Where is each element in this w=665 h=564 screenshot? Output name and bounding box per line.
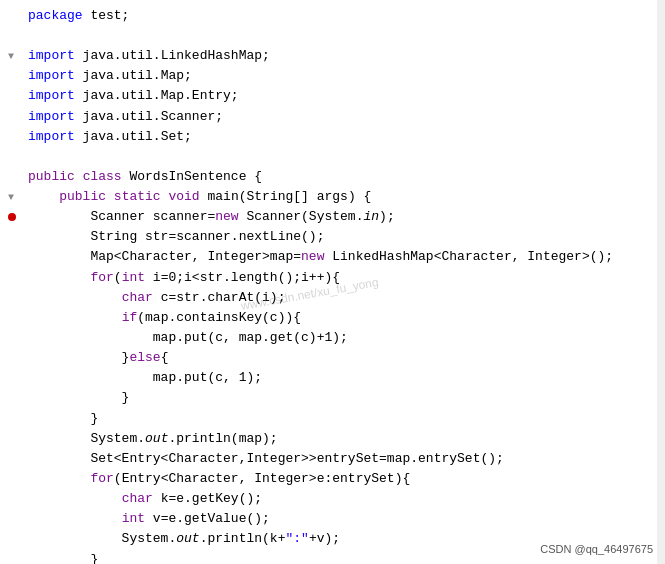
code-token: +v); xyxy=(309,531,340,546)
line-content: public static void main(String[] args) { xyxy=(28,187,657,207)
code-token: i=0;i<str.length();i++){ xyxy=(145,270,340,285)
code-token: import xyxy=(28,48,75,63)
code-token: out xyxy=(176,531,199,546)
code-line: } xyxy=(0,388,665,408)
code-token: } xyxy=(28,350,129,365)
code-line: Map<Character, Integer>map=new LinkedHas… xyxy=(0,247,665,267)
code-token: Set<Entry<Character,Integer>>entrySet=ma… xyxy=(28,451,504,466)
code-line xyxy=(0,147,665,167)
code-token: out xyxy=(145,431,168,446)
line-gutter: ▼ xyxy=(8,46,28,66)
scrollbar[interactable] xyxy=(657,0,665,564)
line-content: for(int i=0;i<str.length();i++){ xyxy=(28,268,657,288)
collapse-arrow[interactable]: ▼ xyxy=(8,192,14,203)
line-content: public class WordsInSentence { xyxy=(28,167,657,187)
line-content: map.put(c, map.get(c)+1); xyxy=(28,328,657,348)
code-token: java.util.Map.Entry; xyxy=(75,88,239,103)
line-content: for(Entry<Character, Integer>e:entrySet)… xyxy=(28,469,657,489)
line-content: Scanner scanner=new Scanner(System.in); xyxy=(28,207,657,227)
line-content: if(map.containsKey(c)){ xyxy=(28,308,657,328)
code-token: for xyxy=(90,471,113,486)
code-token: void xyxy=(168,189,199,204)
code-token: int xyxy=(122,511,145,526)
code-token: System. xyxy=(28,531,176,546)
code-token xyxy=(106,189,114,204)
code-token: map.put(c, 1); xyxy=(28,370,262,385)
code-token: char xyxy=(122,290,153,305)
code-token: Map<Character, Integer>map= xyxy=(28,249,301,264)
code-token: } xyxy=(28,411,98,426)
line-content: char c=str.charAt(i); xyxy=(28,288,657,308)
code-token: if xyxy=(122,310,138,325)
code-token: k=e.getKey(); xyxy=(153,491,262,506)
code-token: { xyxy=(161,350,169,365)
code-token: import xyxy=(28,68,75,83)
code-token xyxy=(75,169,83,184)
code-line: char k=e.getKey(); xyxy=(0,489,665,509)
code-line: public class WordsInSentence { xyxy=(0,167,665,187)
line-content: char k=e.getKey(); xyxy=(28,489,657,509)
code-line: map.put(c, map.get(c)+1); xyxy=(0,328,665,348)
code-token: char xyxy=(122,491,153,506)
code-token: package xyxy=(28,8,83,23)
collapse-arrow[interactable]: ▼ xyxy=(8,51,14,62)
code-token xyxy=(28,189,59,204)
code-token: LinkedHashMap<Character, Integer>(); xyxy=(324,249,613,264)
code-token: } xyxy=(28,552,98,564)
code-token: new xyxy=(301,249,324,264)
line-content: int v=e.getValue(); xyxy=(28,509,657,529)
code-line: int v=e.getValue(); xyxy=(0,509,665,529)
code-token: new xyxy=(215,209,238,224)
code-token: ( xyxy=(114,270,122,285)
line-content: import java.util.Map.Entry; xyxy=(28,86,657,106)
breakpoint-dot xyxy=(8,213,16,221)
code-token: map.put(c, map.get(c)+1); xyxy=(28,330,348,345)
code-token: .println(map); xyxy=(168,431,277,446)
code-token xyxy=(28,310,122,325)
code-token: } xyxy=(28,390,129,405)
line-content: package test; xyxy=(28,6,657,26)
code-token: import xyxy=(28,88,75,103)
code-token: public xyxy=(59,189,106,204)
code-token: for xyxy=(90,270,113,285)
code-line: map.put(c, 1); xyxy=(0,368,665,388)
code-token: int xyxy=(122,270,145,285)
code-token: v=e.getValue(); xyxy=(145,511,270,526)
code-token: java.util.Scanner; xyxy=(75,109,223,124)
line-content: } xyxy=(28,409,657,429)
line-gutter xyxy=(8,207,28,227)
footer-text: CSDN @qq_46497675 xyxy=(540,541,653,558)
code-token: Scanner scanner= xyxy=(28,209,215,224)
code-token: test; xyxy=(83,8,130,23)
code-token: static xyxy=(114,189,161,204)
code-token xyxy=(28,290,122,305)
line-content: }else{ xyxy=(28,348,657,368)
code-line: ▼ public static void main(String[] args)… xyxy=(0,187,665,207)
code-token xyxy=(28,270,90,285)
code-line: import java.util.Scanner; xyxy=(0,107,665,127)
line-content: map.put(c, 1); xyxy=(28,368,657,388)
line-content: System.out.println(map); xyxy=(28,429,657,449)
code-token: c=str.charAt(i); xyxy=(153,290,286,305)
code-token: import xyxy=(28,109,75,124)
code-token: (map.containsKey(c)){ xyxy=(137,310,301,325)
code-line: import java.util.Set; xyxy=(0,127,665,147)
code-line: Set<Entry<Character,Integer>>entrySet=ma… xyxy=(0,449,665,469)
code-token: import xyxy=(28,129,75,144)
code-token: java.util.Set; xyxy=(75,129,192,144)
line-content: Map<Character, Integer>map=new LinkedHas… xyxy=(28,247,657,267)
code-line xyxy=(0,26,665,46)
code-line: import java.util.Map.Entry; xyxy=(0,86,665,106)
code-token xyxy=(28,471,90,486)
line-content: Set<Entry<Character,Integer>>entrySet=ma… xyxy=(28,449,657,469)
code-token: System. xyxy=(28,431,145,446)
code-line: import java.util.Map; xyxy=(0,66,665,86)
code-token: java.util.LinkedHashMap; xyxy=(75,48,270,63)
code-editor: package test;▼import java.util.LinkedHas… xyxy=(0,0,665,564)
code-token: java.util.Map; xyxy=(75,68,192,83)
code-line: Scanner scanner=new Scanner(System.in); xyxy=(0,207,665,227)
code-token xyxy=(28,511,122,526)
line-content: import java.util.Scanner; xyxy=(28,107,657,127)
code-token: ":" xyxy=(285,531,308,546)
code-line: System.out.println(map); xyxy=(0,429,665,449)
